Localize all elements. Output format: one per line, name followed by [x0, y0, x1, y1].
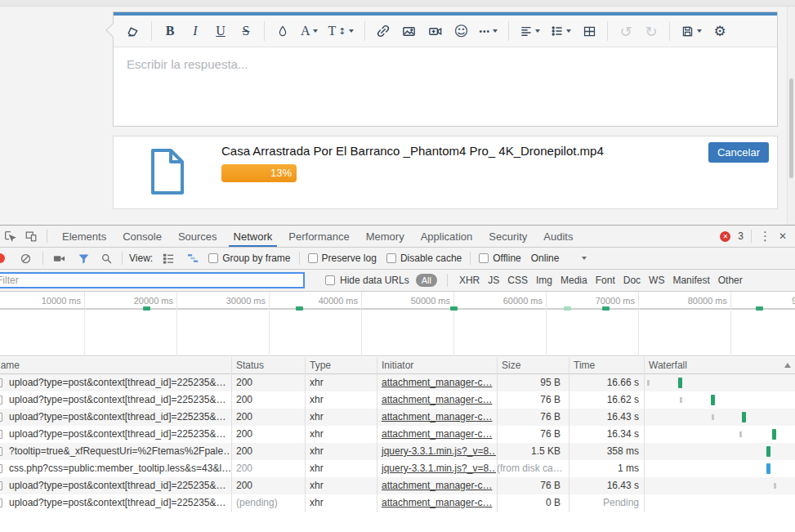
table-row[interactable]: css.php?css=public:member_tooltip.less&s… [0, 460, 795, 477]
group-by-frame-checkbox[interactable] [208, 253, 218, 263]
waterfall-bar [766, 463, 770, 474]
font-family-dropdown[interactable]: A [301, 21, 318, 41]
clear-icon[interactable] [18, 251, 33, 266]
tab-memory[interactable]: Memory [358, 226, 413, 247]
link-icon[interactable] [376, 21, 391, 41]
preserve-log-checkbox[interactable] [308, 253, 318, 263]
redo-icon[interactable]: ↻ [644, 21, 659, 41]
cell-type: xhr [305, 426, 376, 443]
tab-application[interactable]: Application [413, 226, 481, 247]
cell-size: 76 B [497, 391, 569, 409]
strikethrough-button[interactable]: S [239, 21, 253, 41]
alignment-dropdown[interactable] [520, 21, 540, 41]
filter-type-media[interactable]: Media [561, 275, 587, 286]
underline-button[interactable]: U [213, 21, 228, 41]
insert-image-icon[interactable] [401, 21, 417, 41]
filter-type-all[interactable]: All [416, 274, 437, 287]
initiator-link[interactable]: jquery-3.3.1.min.js?_v=8… [382, 463, 496, 474]
tab-performance[interactable]: Performance [280, 226, 357, 247]
column-header-type[interactable]: Type [310, 357, 331, 374]
bold-button[interactable]: B [163, 21, 177, 41]
filter-options: Hide data URLs All XHRJSCSSImgMediaFontD… [325, 270, 743, 291]
cancel-upload-button[interactable]: Cancelar [708, 142, 769, 163]
network-filterbar: Hide data URLs All XHRJSCSSImgMediaFontD… [0, 270, 795, 292]
emoticon-icon[interactable]: ☺ [454, 21, 469, 41]
overview-view-icon[interactable] [185, 251, 200, 266]
tab-console[interactable]: Console [114, 226, 170, 247]
devtools-menu-icon[interactable]: ⋮ [759, 230, 771, 243]
requests-table-header[interactable]: NameStatusTypeInitiatorSizeTimeWaterfall [0, 357, 795, 374]
throttling-select[interactable]: Online [531, 253, 560, 264]
gear-icon[interactable]: ⚙ [712, 21, 727, 41]
more-options-dropdown[interactable]: ••• [480, 21, 498, 41]
initiator-link[interactable]: attachment_manager-c… [382, 428, 492, 440]
filmstrip-icon[interactable] [51, 251, 66, 266]
tab-elements[interactable]: Elements [54, 226, 114, 247]
scrollbar-thumb[interactable] [789, 78, 793, 178]
network-overview[interactable] [0, 310, 795, 356]
table-row[interactable]: upload?type=post&context[thread_id]=2252… [0, 409, 795, 426]
remove-format-icon[interactable] [125, 21, 141, 41]
column-header-name[interactable]: Name [0, 357, 20, 374]
offline-checkbox[interactable] [479, 253, 489, 263]
filter-type-doc[interactable]: Doc [623, 275, 641, 286]
table-row[interactable]: upload?type=post&context[thread_id]=2252… [0, 494, 795, 512]
initiator-link[interactable]: attachment_manager-c… [382, 497, 492, 508]
filter-type-manifest[interactable]: Manifest [672, 275, 709, 286]
initiator-link[interactable]: attachment_manager-c… [382, 377, 492, 388]
filter-type-css[interactable]: CSS [507, 275, 528, 286]
tab-network[interactable]: Network [226, 226, 281, 247]
tab-sources[interactable]: Sources [170, 226, 226, 247]
initiator-link[interactable]: attachment_manager-c… [382, 411, 492, 422]
chevron-down-icon[interactable] [582, 257, 587, 260]
sort-indicator-icon[interactable] [784, 363, 791, 368]
cell-type: xhr [305, 443, 376, 460]
filter-type-other[interactable]: Other [718, 275, 743, 286]
tab-audits[interactable]: Audits [535, 226, 581, 247]
initiator-link[interactable]: attachment_manager-c… [382, 394, 492, 405]
save-draft-dropdown[interactable] [681, 21, 702, 41]
insert-media-icon[interactable] [427, 21, 444, 41]
column-header-waterfall[interactable]: Waterfall [649, 357, 687, 374]
cell-initiator: attachment_manager-c… [377, 374, 496, 391]
page-scrollbar[interactable] [787, 7, 795, 225]
insert-table-icon[interactable] [582, 21, 596, 41]
device-toolbar-icon[interactable] [24, 229, 38, 244]
table-row[interactable]: ?tooltip=true&_xfRequestUri=%2Ftemas%2Fp… [0, 443, 795, 460]
column-header-initiator[interactable]: Initiator [382, 357, 413, 374]
initiator-link[interactable]: jquery-3.3.1.min.js?_v=8… [382, 445, 496, 457]
filter-funnel-icon[interactable] [76, 251, 91, 266]
column-header-status[interactable]: Status [236, 357, 264, 374]
undo-icon[interactable]: ↺ [619, 21, 633, 41]
table-row[interactable]: upload?type=post&context[thread_id]=2252… [0, 477, 795, 494]
devtools-tabbar: ElementsConsoleSourcesNetworkPerformance… [0, 226, 795, 248]
filter-type-img[interactable]: Img [536, 275, 552, 286]
disable-cache-checkbox[interactable] [386, 253, 396, 263]
filter-type-xhr[interactable]: XHR [459, 275, 480, 286]
column-header-size[interactable]: Size [502, 357, 520, 374]
italic-button[interactable]: I [188, 21, 203, 41]
editor-textarea[interactable]: Escribir la respuesta... [114, 47, 777, 126]
inspect-element-icon[interactable] [2, 229, 17, 244]
column-header-time[interactable]: Time [574, 357, 595, 374]
close-devtools-icon[interactable]: ✕ [779, 230, 787, 242]
table-row[interactable]: upload?type=post&context[thread_id]=2252… [0, 391, 795, 409]
filter-type-ws[interactable]: WS [649, 275, 664, 286]
search-icon[interactable] [99, 251, 114, 266]
table-row[interactable]: upload?type=post&context[thread_id]=2252… [0, 374, 795, 391]
cell-initiator: jquery-3.3.1.min.js?_v=8… [377, 443, 496, 460]
hide-data-urls-checkbox[interactable] [325, 275, 335, 285]
list-dropdown[interactable] [551, 21, 571, 41]
table-row[interactable]: upload?type=post&context[thread_id]=2252… [0, 426, 795, 443]
initiator-link[interactable]: attachment_manager-c… [382, 480, 492, 491]
request-rows-view-icon[interactable] [161, 251, 176, 266]
error-badge-icon[interactable]: ✕ [720, 231, 730, 242]
font-size-dropdown[interactable]: T↕ [328, 21, 354, 41]
tab-security[interactable]: Security [480, 226, 535, 247]
filter-type-js[interactable]: JS [488, 275, 499, 286]
waterfall-bar [772, 429, 776, 440]
filter-input[interactable] [0, 272, 305, 288]
record-button[interactable] [0, 253, 5, 263]
filter-type-font[interactable]: Font [596, 275, 615, 286]
text-color-icon[interactable] [275, 21, 290, 41]
